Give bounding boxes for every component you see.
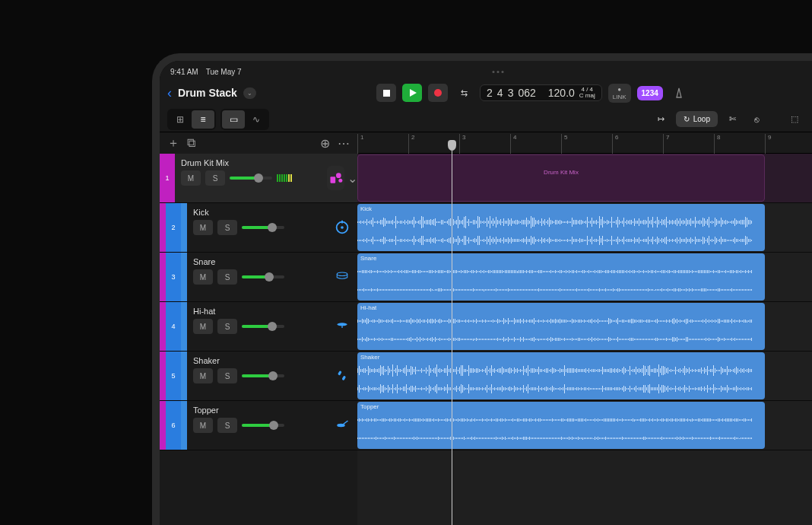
track-header[interactable]: 2 Kick M S [160, 203, 357, 253]
track-color-strip [160, 401, 166, 450]
track-header[interactable]: 1 Drum Kit Mix M S ⌄ [160, 154, 357, 203]
track-name: Snare [193, 257, 321, 266]
mute-button[interactable]: M [193, 418, 213, 433]
chevron-down-icon[interactable]: ⌄ [347, 171, 357, 186]
split-button[interactable]: ⎋ [747, 110, 766, 129]
ruler-mark: 4 [510, 134, 516, 154]
record-button[interactable] [428, 84, 448, 102]
track-color-strip [160, 352, 166, 400]
list-view-button[interactable]: ≡ [192, 110, 214, 129]
multitask-dots[interactable] [493, 71, 504, 73]
track-color-strip [160, 253, 166, 301]
region-row[interactable]: Hi-hat [357, 302, 812, 352]
track-name: Shaker [193, 356, 321, 365]
track-header[interactable]: 6 Topper M S [160, 401, 357, 450]
panel-group: ▭ ∿ [220, 109, 269, 130]
duplicate-track-button[interactable]: ⧉ [187, 136, 195, 150]
volume-slider[interactable] [242, 424, 284, 427]
region-row[interactable]: Shaker [357, 352, 812, 401]
track-header[interactable]: 4 Hi-hat M S [160, 302, 357, 352]
metronome-button[interactable] [669, 84, 689, 102]
ruler-mark: 6 [612, 134, 618, 154]
track-number: 5 [166, 352, 181, 400]
snap-button[interactable]: ↦ [652, 110, 671, 129]
region-row[interactable]: Kick [357, 203, 812, 253]
track-icon[interactable] [327, 253, 357, 301]
track-name: Hi-hat [193, 307, 321, 316]
svg-point-1 [336, 173, 341, 178]
mute-button[interactable]: M [181, 170, 201, 186]
copy-button[interactable]: ⎘ [809, 110, 812, 129]
play-button[interactable] [402, 84, 422, 102]
count-in-button[interactable]: 1234 [637, 86, 663, 100]
track-number: 2 [166, 203, 181, 252]
track-header[interactable]: 3 Snare M S [160, 253, 357, 302]
track-color-strip [181, 352, 187, 400]
move-button[interactable]: ⬚ [785, 110, 804, 129]
region[interactable]: Hi-hat [357, 303, 765, 350]
track-color-strip [181, 203, 187, 252]
grid-view-button[interactable]: ⊞ [169, 110, 192, 129]
track-icon[interactable] [327, 352, 357, 400]
stop-button[interactable] [376, 84, 396, 102]
region-row[interactable]: Drum Kit Mix [357, 154, 812, 203]
solo-button[interactable]: S [217, 319, 237, 334]
project-title[interactable]: Drum Stack [178, 87, 237, 99]
track-name: Kick [193, 208, 321, 217]
mute-button[interactable]: M [193, 269, 213, 285]
svg-rect-10 [341, 376, 346, 381]
timeline-ruler[interactable]: 123456789 [357, 132, 812, 154]
region-label: Kick [357, 204, 765, 214]
track-icon[interactable] [327, 401, 357, 450]
volume-slider[interactable] [230, 177, 272, 180]
region[interactable]: Drum Kit Mix [357, 154, 765, 202]
volume-slider[interactable] [242, 275, 284, 278]
region-row[interactable]: Snare [357, 253, 812, 302]
svg-point-4 [341, 226, 344, 229]
track-more-button[interactable]: ⋯ [338, 136, 350, 151]
solo-button[interactable]: S [217, 220, 237, 235]
volume-slider[interactable] [242, 325, 284, 328]
svg-line-12 [344, 421, 348, 425]
solo-button[interactable]: S [217, 418, 237, 433]
playhead[interactable] [452, 140, 452, 525]
mute-button[interactable]: M [193, 319, 213, 334]
settings-icon[interactable]: ◯ [809, 84, 812, 102]
track-icon[interactable] [327, 203, 357, 252]
region[interactable]: Topper [357, 402, 765, 449]
mute-button[interactable]: M [193, 368, 213, 383]
track-header[interactable]: 5 Shaker M S [160, 352, 357, 401]
loop-icon: ↻ [684, 115, 690, 123]
lcd-display[interactable]: 2 4 3 062 120.0 4 / 4 C maj [480, 84, 602, 101]
scissors-button[interactable]: ✄ [722, 110, 742, 129]
status-time: 9:41 AM [170, 68, 198, 76]
add-track-button[interactable]: ＋ [167, 135, 179, 151]
automation-button[interactable]: ∿ [245, 110, 268, 129]
track-icon[interactable]: ⌄ [327, 154, 357, 202]
panel-toggle-button[interactable]: ▭ [222, 110, 245, 129]
volume-slider[interactable] [242, 226, 284, 229]
solo-button[interactable]: S [217, 269, 237, 285]
region[interactable]: Snare [357, 253, 765, 301]
ruler-mark: 5 [561, 134, 567, 154]
link-button[interactable]: ● LINK [608, 84, 631, 103]
track-icon[interactable] [327, 302, 357, 351]
ruler-mark: 8 [714, 134, 720, 154]
track-color-strip [181, 253, 187, 301]
add-region-button[interactable]: ⊕ [320, 136, 330, 151]
track-color-strip [160, 203, 166, 252]
volume-slider[interactable] [242, 374, 284, 377]
loop-button[interactable]: ↻ Loop [676, 111, 718, 127]
region-row[interactable]: Topper [357, 401, 812, 450]
region[interactable]: Shaker [357, 352, 765, 399]
region[interactable]: Kick [357, 204, 765, 251]
solo-button[interactable]: S [217, 368, 237, 383]
back-button[interactable]: ‹ [167, 85, 172, 101]
mute-button[interactable]: M [193, 220, 213, 235]
ruler-mark: 3 [459, 134, 465, 154]
solo-button[interactable]: S [205, 170, 225, 186]
title-dropdown[interactable]: ⌄ [243, 88, 256, 99]
ruler-mark: 9 [765, 134, 771, 154]
cycle-button[interactable]: ⇆ [454, 84, 474, 102]
ruler-mark: 7 [663, 134, 669, 154]
